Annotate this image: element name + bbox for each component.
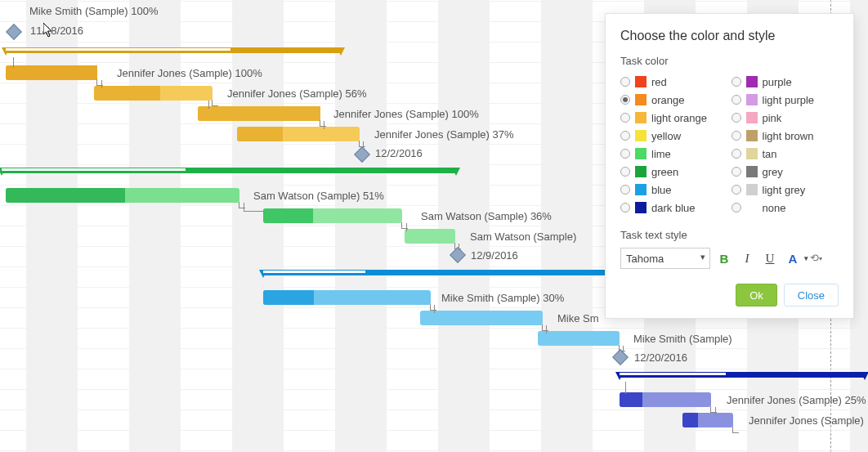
color-option-light-orange[interactable]: light orange bbox=[620, 110, 728, 126]
panel-title: Choose the color and style bbox=[620, 29, 839, 43]
color-style-panel: Choose the color and style Task color re… bbox=[605, 13, 854, 319]
task-label: Jennifer Jones (Sample) 56% bbox=[227, 87, 367, 100]
task-bar[interactable] bbox=[420, 311, 543, 325]
task-bar[interactable] bbox=[620, 392, 711, 407]
color-label: purple bbox=[763, 76, 792, 88]
color-option-light-grey[interactable]: light grey bbox=[732, 181, 839, 198]
task-bar[interactable] bbox=[6, 65, 97, 80]
ok-button[interactable]: Ok bbox=[736, 284, 777, 307]
color-label: lime bbox=[651, 148, 671, 160]
color-swatch bbox=[635, 94, 647, 105]
color-swatch bbox=[635, 166, 647, 177]
color-label: light brown bbox=[763, 130, 814, 142]
color-label: red bbox=[651, 76, 667, 88]
underline-button[interactable]: U bbox=[761, 249, 779, 267]
task-label: Sam Watson (Sample) 51% bbox=[253, 190, 384, 202]
task-bar[interactable] bbox=[94, 86, 213, 101]
milestone-date-label: 11/18/2016 bbox=[30, 25, 83, 37]
color-option-none[interactable]: none bbox=[732, 199, 839, 216]
color-option-blue[interactable]: blue bbox=[620, 181, 728, 198]
summary-bar[interactable] bbox=[263, 270, 615, 278]
task-label: Sam Watson (Sample) bbox=[470, 230, 576, 243]
radio-icon bbox=[620, 149, 630, 159]
radio-icon bbox=[620, 203, 630, 213]
radio-icon bbox=[732, 149, 741, 159]
color-option-grey[interactable]: grey bbox=[732, 163, 839, 180]
close-button[interactable]: Close bbox=[784, 284, 839, 307]
color-swatch bbox=[635, 112, 647, 123]
color-label: light purple bbox=[763, 94, 815, 106]
color-option-red[interactable]: red bbox=[620, 74, 728, 90]
italic-button[interactable]: I bbox=[738, 249, 756, 267]
color-label: dark blue bbox=[651, 202, 695, 214]
milestone-date-label: 12/2/2016 bbox=[375, 147, 423, 159]
task-label: Jennifer Jones (Sample) 25% bbox=[727, 394, 866, 406]
task-label: Mike Smith (Sample) 100% bbox=[29, 5, 159, 17]
task-bar[interactable] bbox=[6, 188, 239, 203]
radio-icon bbox=[732, 203, 741, 213]
color-label: grey bbox=[763, 166, 783, 178]
task-bar[interactable] bbox=[538, 331, 620, 346]
color-swatch bbox=[635, 148, 647, 159]
summary-bar[interactable] bbox=[620, 372, 865, 380]
task-label: Jennifer Jones (Sample) 100% bbox=[333, 108, 479, 120]
summary-bar[interactable] bbox=[2, 168, 456, 176]
task-label: Sam Watson (Sample) 36% bbox=[421, 210, 552, 222]
radio-icon bbox=[620, 185, 630, 195]
radio-icon bbox=[732, 185, 741, 195]
text-style-label: Task text style bbox=[620, 229, 839, 241]
color-option-pink[interactable]: pink bbox=[732, 110, 839, 126]
color-swatch bbox=[635, 202, 647, 213]
color-option-green[interactable]: green bbox=[620, 163, 728, 180]
color-option-orange[interactable]: orange bbox=[620, 92, 728, 108]
color-swatch bbox=[746, 76, 758, 87]
summary-bar[interactable] bbox=[6, 47, 341, 56]
task-color-label: Task color bbox=[620, 55, 839, 67]
font-select-value: Tahoma bbox=[626, 253, 664, 265]
color-label: pink bbox=[763, 112, 782, 124]
milestone-date-label: 12/9/2016 bbox=[471, 249, 518, 262]
radio-icon bbox=[620, 167, 630, 177]
radio-icon bbox=[620, 113, 630, 123]
color-swatch bbox=[746, 130, 758, 141]
radio-icon bbox=[620, 131, 630, 141]
color-option-tan[interactable]: tan bbox=[732, 145, 839, 162]
color-label: blue bbox=[651, 184, 672, 196]
link-style-button[interactable]: ⟲▾ bbox=[807, 249, 825, 267]
color-swatch bbox=[746, 166, 758, 177]
task-label: Jennifer Jones (Sample) 37% bbox=[374, 128, 514, 141]
color-option-lime[interactable]: lime bbox=[620, 145, 728, 162]
task-label: Mike Smith (Sample) bbox=[633, 333, 732, 345]
radio-icon bbox=[620, 95, 630, 105]
color-swatch bbox=[746, 148, 758, 159]
radio-icon bbox=[732, 77, 741, 87]
task-bar[interactable] bbox=[405, 229, 455, 244]
milestone-date-label: 12/20/2016 bbox=[634, 351, 687, 364]
task-bar[interactable] bbox=[198, 106, 320, 121]
color-label: orange bbox=[651, 94, 684, 106]
color-option-light-brown[interactable]: light brown bbox=[732, 128, 839, 144]
color-label: light orange bbox=[651, 112, 707, 124]
task-label: Jennifer Jones (Sample) 100% bbox=[117, 67, 262, 79]
color-label: tan bbox=[763, 148, 777, 160]
radio-icon bbox=[732, 113, 741, 123]
task-bar[interactable] bbox=[263, 290, 431, 305]
font-select[interactable]: Tahoma bbox=[620, 248, 710, 269]
color-option-yellow[interactable]: yellow bbox=[620, 128, 728, 144]
color-option-light-purple[interactable]: light purple bbox=[732, 92, 839, 108]
color-swatch bbox=[746, 112, 758, 123]
color-swatch bbox=[635, 184, 647, 195]
radio-icon bbox=[732, 131, 741, 141]
color-swatch bbox=[746, 94, 758, 105]
bold-button[interactable]: B bbox=[715, 249, 733, 267]
color-swatch bbox=[635, 130, 647, 141]
color-option-dark-blue[interactable]: dark blue bbox=[620, 199, 728, 216]
font-color-button[interactable]: A bbox=[784, 249, 802, 267]
color-label: green bbox=[651, 166, 678, 178]
task-bar[interactable] bbox=[682, 413, 733, 427]
color-label: light grey bbox=[763, 184, 806, 196]
color-label: none bbox=[763, 202, 786, 214]
color-option-purple[interactable]: purple bbox=[732, 74, 839, 90]
task-bar[interactable] bbox=[263, 208, 402, 223]
task-bar[interactable] bbox=[237, 127, 360, 141]
